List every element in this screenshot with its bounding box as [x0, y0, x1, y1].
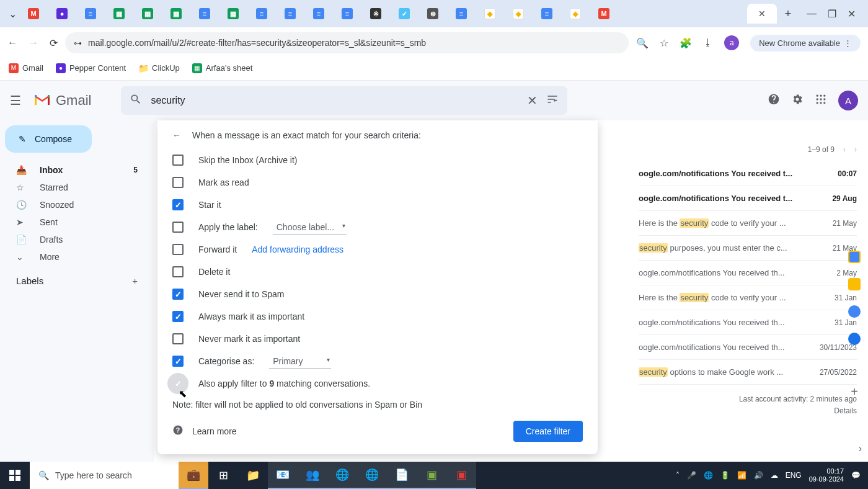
- forward-icon[interactable]: →: [29, 37, 38, 48]
- settings-icon[interactable]: [791, 93, 804, 108]
- app-explorer[interactable]: 📁: [238, 462, 268, 489]
- mail-row[interactable]: oogle.com/notifications You received t..…: [639, 161, 857, 186]
- chk-skip-inbox[interactable]: [172, 155, 184, 166]
- mail-row[interactable]: oogle.com/notifications You received th.…: [639, 310, 857, 335]
- back-icon[interactable]: ←: [7, 37, 17, 48]
- app-chrome1[interactable]: 🌐: [327, 462, 357, 489]
- browser-tab[interactable]: ◆: [476, 4, 503, 24]
- show-side-panel-icon[interactable]: +: [851, 385, 858, 399]
- browser-tab[interactable]: ≡: [77, 4, 104, 24]
- browser-tab[interactable]: ≡: [448, 4, 475, 24]
- mail-row[interactable]: security options to make Google work ...…: [639, 360, 857, 385]
- search-icon[interactable]: [130, 93, 142, 108]
- browser-tab[interactable]: M: [20, 4, 47, 24]
- browser-tab[interactable]: ▦: [105, 4, 133, 24]
- maximize-icon[interactable]: ❐: [828, 8, 836, 20]
- clock-time[interactable]: 00:17: [809, 467, 844, 475]
- active-tab[interactable]: ✕: [747, 4, 777, 24]
- new-chrome-button[interactable]: New Chrome available ⋮: [750, 35, 861, 52]
- app-camtasia1[interactable]: ▣: [417, 462, 446, 489]
- site-info-icon[interactable]: ⊶: [74, 38, 82, 48]
- bookmark-star-icon[interactable]: ☆: [660, 37, 668, 49]
- clear-search-icon[interactable]: ✕: [527, 93, 538, 108]
- chk-categorise[interactable]: [172, 356, 184, 367]
- app-teams[interactable]: 👥: [298, 462, 327, 489]
- mail-row[interactable]: Here is the security code to verify your…: [639, 285, 857, 310]
- browser-tab[interactable]: ✓: [391, 4, 418, 24]
- app-taskview[interactable]: ⊞: [208, 462, 238, 489]
- bookmark-item[interactable]: ▦Arfaa's sheet: [192, 63, 252, 73]
- app-chrome2[interactable]: 🌐: [357, 462, 387, 489]
- keep-icon[interactable]: [848, 278, 861, 290]
- chk-forward[interactable]: [172, 244, 184, 255]
- category-dropdown[interactable]: Primary: [269, 354, 331, 369]
- learn-more-link[interactable]: Learn more: [192, 426, 237, 436]
- sidebar-item-snoozed[interactable]: 🕓Snoozed: [5, 196, 149, 213]
- chk-always-important[interactable]: [172, 311, 184, 322]
- mail-row[interactable]: oogle.com/notifications You received th.…: [639, 335, 857, 360]
- bookmark-item[interactable]: 📁ClickUp: [138, 63, 180, 73]
- add-forwarding-link[interactable]: Add forwarding address: [252, 244, 343, 254]
- mail-row[interactable]: oogle.com/notifications You received t..…: [639, 186, 857, 211]
- search-options-icon[interactable]: [546, 93, 559, 108]
- wifi-icon[interactable]: 📶: [737, 471, 746, 480]
- minimize-icon[interactable]: —: [807, 8, 817, 20]
- sidebar-item-starred[interactable]: ☆Starred: [5, 179, 149, 196]
- browser-tab[interactable]: ≡: [334, 4, 361, 24]
- chk-apply-label[interactable]: [172, 222, 184, 233]
- mail-row[interactable]: Here is the security code to verify your…: [639, 211, 857, 236]
- browser-tab[interactable]: ◆: [562, 4, 589, 24]
- browser-tab[interactable]: ≡: [305, 4, 332, 24]
- app-camtasia2[interactable]: ▣: [446, 462, 476, 489]
- gmail-logo[interactable]: Gmail: [33, 91, 91, 110]
- url-input[interactable]: ⊶ mail.google.com/mail/u/2/#create-filte…: [65, 32, 629, 53]
- browser-tab[interactable]: M: [590, 4, 618, 24]
- next-page-icon[interactable]: ›: [854, 145, 857, 154]
- new-tab-button[interactable]: +: [777, 7, 799, 20]
- chk-delete[interactable]: [172, 266, 184, 277]
- back-arrow-icon[interactable]: ←: [172, 130, 181, 140]
- extensions-icon[interactable]: 🧩: [680, 37, 692, 49]
- tray-chevron-icon[interactable]: ˄: [676, 471, 680, 480]
- profile-avatar[interactable]: a: [724, 35, 739, 50]
- browser-tab[interactable]: ≡: [191, 4, 218, 24]
- volume-icon[interactable]: 🔊: [754, 471, 763, 480]
- side-panel-toggle-icon[interactable]: ›: [859, 443, 862, 454]
- browser-tab[interactable]: ⊛: [419, 4, 446, 24]
- chk-never-important[interactable]: [172, 333, 184, 344]
- help-icon[interactable]: ?: [172, 424, 184, 438]
- taskbar-search[interactable]: 🔍 Type here to search: [30, 462, 179, 489]
- app-outlook[interactable]: 📧: [268, 462, 298, 489]
- chk-star-it[interactable]: [172, 199, 184, 210]
- close-icon[interactable]: ✕: [758, 9, 766, 19]
- app-briefcase[interactable]: 💼: [179, 462, 208, 489]
- lang-indicator[interactable]: ENG: [786, 471, 802, 480]
- bookmark-item[interactable]: ●Pepper Content: [56, 63, 126, 73]
- close-window-icon[interactable]: ✕: [848, 8, 856, 20]
- clock-date[interactable]: 09-09-2024: [809, 475, 844, 483]
- app-word[interactable]: 📄: [387, 462, 417, 489]
- battery-icon[interactable]: 🔋: [720, 471, 730, 480]
- sidebar-item-sent[interactable]: ➤Sent: [5, 213, 149, 231]
- tabs-dropdown-icon[interactable]: ⌄: [5, 8, 20, 20]
- reload-icon[interactable]: ⟳: [50, 37, 58, 49]
- create-filter-button[interactable]: Create filter: [513, 421, 583, 442]
- browser-tab[interactable]: ▦: [162, 4, 190, 24]
- sidebar-item-drafts[interactable]: 📄Drafts: [5, 231, 149, 248]
- tasks-icon[interactable]: [848, 305, 861, 318]
- onedrive-icon[interactable]: ☁: [771, 471, 778, 480]
- search-input[interactable]: [151, 95, 518, 106]
- browser-tab[interactable]: ●: [48, 4, 76, 24]
- hamburger-icon[interactable]: ☰: [10, 93, 21, 108]
- notifications-icon[interactable]: 💬: [851, 471, 861, 480]
- sidebar-item-inbox[interactable]: 📥Inbox5: [5, 161, 149, 179]
- mic-icon[interactable]: 🎤: [687, 471, 696, 480]
- browser-tab[interactable]: ≡: [248, 4, 275, 24]
- globe-icon[interactable]: 🌐: [704, 471, 713, 480]
- browser-tab[interactable]: ≡: [533, 4, 560, 24]
- mail-row[interactable]: security purposes, you must enter the c.…: [639, 236, 857, 261]
- browser-tab[interactable]: ◆: [505, 4, 532, 24]
- bookmark-item[interactable]: MGmail: [9, 63, 43, 73]
- browser-tab[interactable]: ▦: [134, 4, 161, 24]
- search-icon[interactable]: 🔍: [636, 37, 649, 49]
